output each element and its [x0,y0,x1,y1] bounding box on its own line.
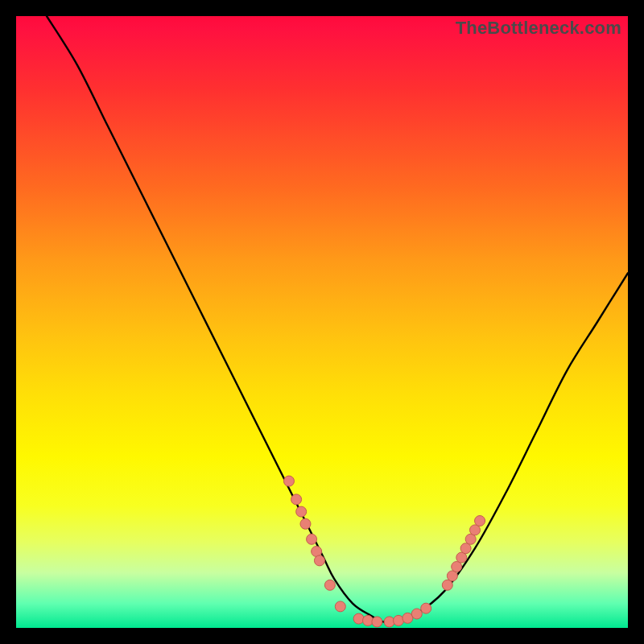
watermark-text: TheBottleneck.com [456,18,621,39]
gradient-background [16,16,628,628]
chart-frame: TheBottleneck.com [16,16,628,628]
plot-area: TheBottleneck.com [16,16,628,628]
